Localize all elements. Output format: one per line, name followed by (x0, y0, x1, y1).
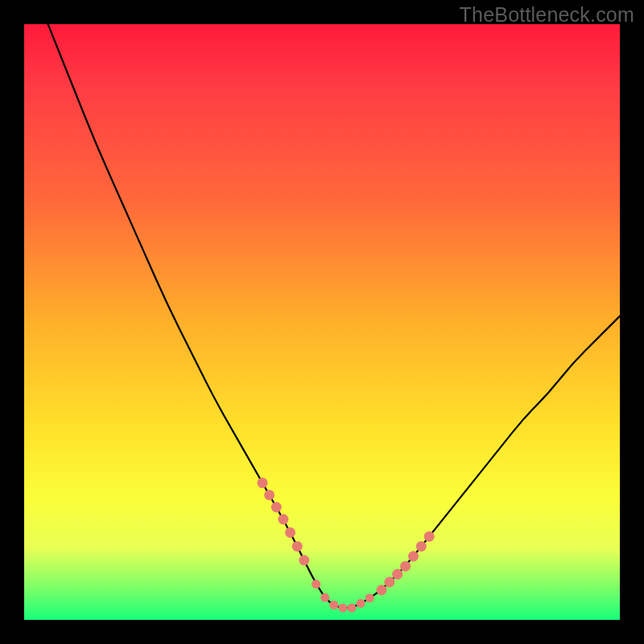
curve-dot (377, 585, 387, 596)
curve-dot (416, 541, 427, 551)
curve-dot (292, 541, 303, 551)
curve-dot (264, 489, 275, 500)
watermark-text: TheBottleneck.com (460, 3, 634, 27)
curve-dot (400, 561, 411, 572)
curve-dot (365, 593, 374, 602)
curve-dot (392, 569, 402, 580)
curve-dot (285, 527, 295, 538)
curve-dot (384, 577, 394, 588)
curve-dot (299, 555, 309, 566)
curve-dot (278, 514, 288, 525)
curve-layer (24, 24, 620, 620)
curve-dotted-overlay (258, 477, 435, 612)
curve-dot (424, 531, 435, 542)
curve-dot (312, 580, 320, 588)
curve-dot (329, 601, 338, 609)
curve-dot (357, 599, 365, 608)
curve-dot (408, 551, 419, 562)
chart-frame: TheBottleneck.com (0, 0, 644, 644)
curve-dot (258, 477, 268, 488)
curve-dot (320, 593, 329, 602)
plot-area (24, 24, 620, 620)
bottleneck-curve (48, 24, 620, 608)
curve-dot (348, 604, 357, 613)
curve-dot (271, 502, 282, 513)
curve-dot (338, 604, 347, 613)
